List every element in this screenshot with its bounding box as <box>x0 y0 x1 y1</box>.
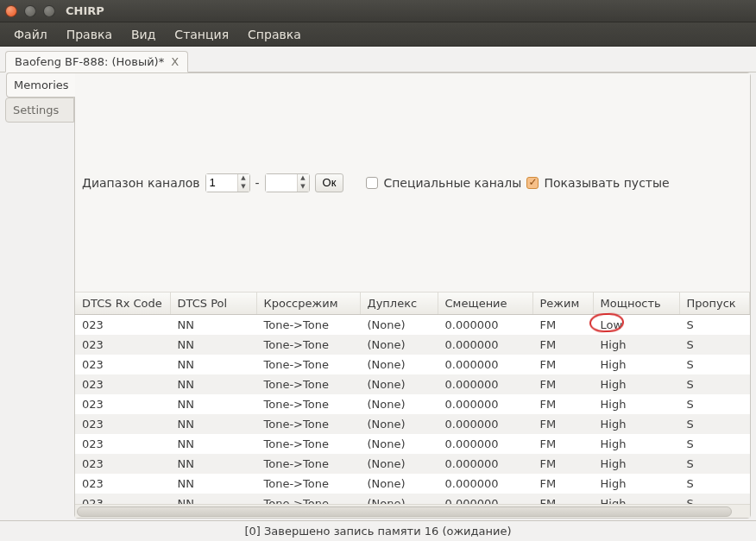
cell-cross[interactable]: Tone->Tone <box>256 374 360 394</box>
cell-power[interactable]: High <box>593 434 679 454</box>
cell-power[interactable]: Low <box>593 315 679 336</box>
cell-offset[interactable]: 0.000000 <box>438 374 532 394</box>
table-row[interactable]: 023NNTone->Tone(None)0.000000FMHighS <box>75 434 750 454</box>
col-dtcs-rx[interactable]: DTCS Rx Code <box>75 293 170 315</box>
cell-power[interactable]: High <box>593 414 679 434</box>
cell-pol[interactable]: NN <box>170 355 256 374</box>
cell-pol[interactable]: NN <box>170 335 256 355</box>
cell-dtcs[interactable]: 023 <box>75 454 170 474</box>
menu-edit[interactable]: Правка <box>58 24 121 45</box>
cell-cross[interactable]: Tone->Tone <box>256 474 360 494</box>
cell-power[interactable]: High <box>593 355 679 374</box>
cell-skip[interactable]: S <box>679 315 750 336</box>
chevron-down-icon[interactable]: ▼ <box>238 183 249 192</box>
cell-pol[interactable]: NN <box>170 394 256 414</box>
cell-offset[interactable]: 0.000000 <box>438 494 532 504</box>
table-row[interactable]: 023NNTone->Tone(None)0.000000FMHighS <box>75 414 750 434</box>
cell-cross[interactable]: Tone->Tone <box>256 394 360 414</box>
cell-offset[interactable]: 0.000000 <box>438 394 532 414</box>
cell-skip[interactable]: S <box>679 454 750 474</box>
col-duplex[interactable]: Дуплекс <box>360 293 438 315</box>
cell-cross[interactable]: Tone->Tone <box>256 335 360 355</box>
cell-offset[interactable]: 0.000000 <box>438 355 532 374</box>
cell-cross[interactable]: Tone->Tone <box>256 355 360 374</box>
memories-grid[interactable]: DTCS Rx Code DTCS Pol Кроссрежим Дуплекс… <box>75 293 750 504</box>
show-empty-checkbox[interactable] <box>526 177 539 189</box>
menu-file[interactable]: Файл <box>5 24 56 45</box>
range-to-spinner[interactable]: ▲▼ <box>265 173 310 192</box>
cell-skip[interactable]: S <box>679 474 750 494</box>
cell-dtcs[interactable]: 023 <box>75 394 170 414</box>
document-tab-close-icon[interactable]: X <box>171 55 179 68</box>
col-offset[interactable]: Смещение <box>438 293 532 315</box>
cell-offset[interactable]: 0.000000 <box>438 414 532 434</box>
window-maximize-icon[interactable] <box>43 5 55 17</box>
menu-station[interactable]: Станция <box>166 24 237 45</box>
range-to-steppers[interactable]: ▲▼ <box>297 174 309 192</box>
menu-view[interactable]: Вид <box>123 24 164 45</box>
cell-dtcs[interactable]: 023 <box>75 335 170 355</box>
cell-duplex[interactable]: (None) <box>360 494 438 504</box>
cell-pol[interactable]: NN <box>170 374 256 394</box>
cell-cross[interactable]: Tone->Tone <box>256 315 360 336</box>
cell-offset[interactable]: 0.000000 <box>438 454 532 474</box>
cell-cross[interactable]: Tone->Tone <box>256 494 360 504</box>
cell-offset[interactable]: 0.000000 <box>438 335 532 355</box>
cell-dtcs[interactable]: 023 <box>75 315 170 336</box>
cell-duplex[interactable]: (None) <box>360 335 438 355</box>
cell-duplex[interactable]: (None) <box>360 434 438 454</box>
cell-power[interactable]: High <box>593 454 679 474</box>
cell-duplex[interactable]: (None) <box>360 315 438 336</box>
range-from-spinner[interactable]: ▲▼ <box>205 173 250 192</box>
table-row[interactable]: 023NNTone->Tone(None)0.000000FMHighS <box>75 374 750 394</box>
side-tab-settings[interactable]: Settings <box>5 98 74 123</box>
cell-cross[interactable]: Tone->Tone <box>256 414 360 434</box>
cell-power[interactable]: High <box>593 394 679 414</box>
cell-mode[interactable]: FM <box>532 474 593 494</box>
cell-mode[interactable]: FM <box>532 454 593 474</box>
cell-duplex[interactable]: (None) <box>360 374 438 394</box>
range-from-input[interactable] <box>206 174 237 192</box>
table-row[interactable]: 023NNTone->Tone(None)0.000000FMHighS <box>75 454 750 474</box>
document-tab[interactable]: Baofeng BF-888: (Новый)* X <box>5 51 188 72</box>
table-row[interactable]: 023NNTone->Tone(None)0.000000FMLowS <box>75 315 750 336</box>
cell-mode[interactable]: FM <box>532 355 593 374</box>
col-dtcs-pol[interactable]: DTCS Pol <box>170 293 256 315</box>
cell-mode[interactable]: FM <box>532 414 593 434</box>
cell-power[interactable]: High <box>593 494 679 504</box>
cell-power[interactable]: High <box>593 374 679 394</box>
table-row[interactable]: 023NNTone->Tone(None)0.000000FMHighS <box>75 355 750 374</box>
cell-duplex[interactable]: (None) <box>360 355 438 374</box>
range-to-input[interactable] <box>266 174 297 192</box>
cell-duplex[interactable]: (None) <box>360 454 438 474</box>
cell-pol[interactable]: NN <box>170 474 256 494</box>
range-ok-button[interactable]: Ок <box>315 173 344 192</box>
cell-cross[interactable]: Tone->Tone <box>256 434 360 454</box>
side-tab-memories[interactable]: Memories <box>6 72 75 98</box>
cell-power[interactable]: High <box>593 474 679 494</box>
window-close-icon[interactable] <box>5 5 17 17</box>
cell-duplex[interactable]: (None) <box>360 414 438 434</box>
window-minimize-icon[interactable] <box>24 5 36 17</box>
cell-skip[interactable]: S <box>679 414 750 434</box>
chevron-down-icon[interactable]: ▼ <box>298 183 309 192</box>
cell-mode[interactable]: FM <box>532 374 593 394</box>
cell-duplex[interactable]: (None) <box>360 394 438 414</box>
cell-skip[interactable]: S <box>679 355 750 374</box>
col-cross[interactable]: Кроссрежим <box>256 293 360 315</box>
cell-duplex[interactable]: (None) <box>360 474 438 494</box>
cell-skip[interactable]: S <box>679 434 750 454</box>
cell-cross[interactable]: Tone->Tone <box>256 454 360 474</box>
cell-pol[interactable]: NN <box>170 454 256 474</box>
cell-offset[interactable]: 0.000000 <box>438 315 532 336</box>
chevron-up-icon[interactable]: ▲ <box>298 174 309 183</box>
cell-dtcs[interactable]: 023 <box>75 374 170 394</box>
col-mode[interactable]: Режим <box>532 293 593 315</box>
chevron-up-icon[interactable]: ▲ <box>238 174 249 183</box>
cell-mode[interactable]: FM <box>532 434 593 454</box>
cell-power[interactable]: High <box>593 335 679 355</box>
col-power[interactable]: Мощность <box>593 293 679 315</box>
cell-skip[interactable]: S <box>679 374 750 394</box>
cell-dtcs[interactable]: 023 <box>75 355 170 374</box>
table-row[interactable]: 023NNTone->Tone(None)0.000000FMHighS <box>75 335 750 355</box>
